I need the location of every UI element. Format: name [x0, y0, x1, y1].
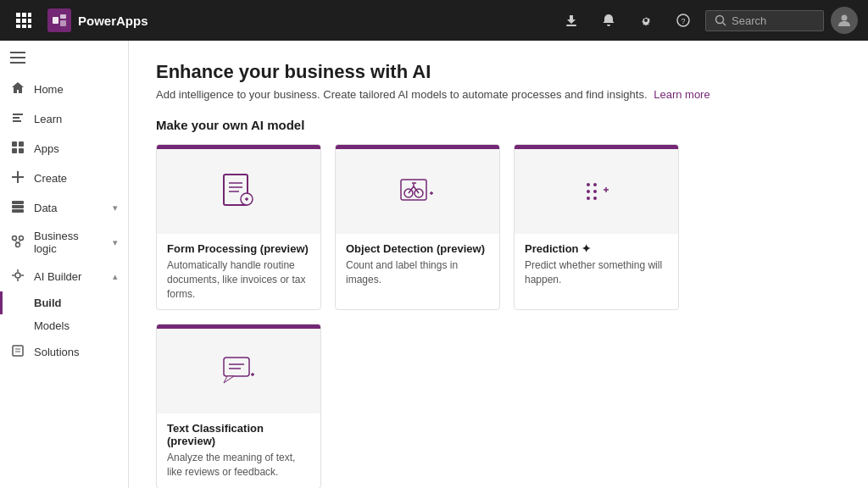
data-chevron-icon: ▾ [113, 202, 118, 214]
svg-line-16 [723, 23, 726, 26]
svg-rect-9 [53, 17, 58, 24]
sidebar-item-business-logic[interactable]: Business logic ▾ [0, 223, 128, 262]
cards-grid: Form Processing (preview) Automatically … [156, 144, 841, 488]
svg-rect-21 [12, 141, 17, 147]
svg-point-61 [587, 190, 590, 193]
sidebar-label-ai-builder: AI Builder [34, 270, 81, 283]
notifications-icon[interactable] [593, 5, 624, 36]
apps-icon [10, 141, 25, 157]
section-title: Make your own AI model [156, 118, 841, 132]
card-desc-form-processing: Automatically handle routine documents, … [167, 258, 310, 301]
card-text-classification[interactable]: Text Classification (preview) Analyze th… [156, 324, 321, 488]
sidebar-sub-label-build: Build [34, 297, 62, 309]
svg-rect-0 [16, 13, 20, 17]
app-logo: PowerApps [47, 8, 148, 32]
card-body-text-classification: Text Classification (preview) Analyze th… [157, 413, 320, 488]
card-image-form-processing [157, 149, 320, 234]
svg-point-62 [593, 190, 597, 193]
card-image-object-detection [336, 149, 499, 234]
sidebar-item-solutions[interactable]: Solutions [0, 337, 128, 367]
svg-point-63 [587, 197, 590, 200]
svg-rect-19 [10, 57, 25, 58]
sidebar: Home Learn Apps Create Data ▾ [0, 41, 129, 488]
svg-line-33 [14, 240, 18, 242]
search-bar[interactable]: Search [705, 10, 824, 31]
svg-point-32 [15, 242, 19, 247]
learn-icon [10, 111, 25, 127]
sidebar-sub-item-models[interactable]: Models [0, 314, 128, 337]
svg-rect-22 [19, 141, 24, 147]
svg-rect-18 [10, 52, 25, 53]
svg-point-31 [19, 236, 23, 240]
card-object-detection[interactable]: Object Detection (preview) Count and lab… [335, 144, 500, 310]
sidebar-sub-label-models: Models [34, 319, 70, 332]
card-form-processing[interactable]: Form Processing (preview) Automatically … [156, 144, 321, 310]
svg-rect-26 [12, 176, 24, 178]
hamburger-button[interactable] [0, 41, 128, 75]
home-icon [10, 81, 25, 97]
sidebar-item-data[interactable]: Data ▾ [0, 193, 128, 223]
svg-rect-12 [566, 25, 576, 26]
download-icon[interactable] [556, 5, 587, 36]
page-title: Enhance your business with AI [156, 61, 841, 83]
solutions-icon [10, 344, 25, 360]
page-subtitle-text: Add intelligence to your business. Creat… [156, 88, 648, 101]
data-icon [10, 200, 25, 216]
sidebar-item-home[interactable]: Home [0, 75, 128, 104]
card-desc-object-detection: Count and label things in images. [346, 258, 489, 287]
sidebar-label-home: Home [34, 83, 64, 96]
sidebar-sub-item-build[interactable]: Build [0, 291, 128, 314]
sidebar-item-apps[interactable]: Apps [0, 134, 128, 164]
card-image-prediction [515, 149, 678, 234]
sidebar-item-learn[interactable]: Learn [0, 104, 128, 134]
svg-point-59 [587, 183, 590, 186]
ai-builder-chevron-icon: ▴ [113, 271, 118, 282]
card-prediction[interactable]: Prediction ✦ Predict whether something w… [514, 144, 679, 310]
svg-marker-68 [224, 376, 234, 383]
svg-rect-28 [12, 205, 24, 208]
card-body-prediction: Prediction ✦ Predict whether something w… [515, 234, 678, 296]
business-logic-icon [10, 235, 25, 251]
svg-rect-40 [13, 346, 23, 356]
svg-rect-20 [10, 62, 25, 64]
svg-rect-2 [28, 13, 31, 17]
sidebar-label-business-logic: Business logic [34, 230, 104, 255]
card-desc-prediction: Predict whether something will happen. [525, 258, 668, 287]
user-avatar[interactable] [831, 7, 858, 34]
svg-rect-67 [224, 358, 249, 376]
svg-rect-8 [28, 25, 31, 28]
card-title-prediction: Prediction ✦ [525, 242, 668, 255]
svg-point-60 [593, 183, 597, 186]
svg-rect-23 [12, 148, 17, 153]
card-desc-text-classification: Analyze the meaning of text, like review… [167, 451, 310, 480]
svg-rect-3 [16, 19, 20, 23]
sidebar-item-ai-builder[interactable]: AI Builder ▴ [0, 262, 128, 291]
waffle-menu-button[interactable] [10, 7, 37, 34]
main-content: Enhance your business with AI Add intell… [129, 41, 868, 488]
settings-icon[interactable] [631, 5, 661, 36]
ai-builder-icon [10, 269, 25, 285]
svg-rect-24 [19, 148, 24, 153]
sidebar-label-create: Create [34, 172, 67, 185]
card-title-form-processing: Form Processing (preview) [167, 242, 310, 255]
svg-line-34 [18, 240, 21, 242]
svg-rect-5 [28, 19, 31, 23]
svg-point-35 [15, 273, 20, 278]
main-layout: Home Learn Apps Create Data ▾ [0, 41, 868, 488]
page-subtitle: Add intelligence to your business. Creat… [156, 88, 841, 101]
card-title-text-classification: Text Classification (preview) [167, 422, 310, 447]
create-icon [10, 170, 25, 186]
help-icon[interactable]: ? [668, 5, 698, 36]
svg-point-30 [12, 236, 16, 240]
sidebar-item-create[interactable]: Create [0, 164, 128, 193]
learn-more-link[interactable]: Learn more [654, 88, 709, 101]
sidebar-label-data: Data [34, 202, 57, 214]
card-title-object-detection: Object Detection (preview) [346, 242, 489, 255]
sidebar-label-learn: Learn [34, 113, 62, 125]
logo-icon [47, 8, 71, 32]
card-body-form-processing: Form Processing (preview) Automatically … [157, 234, 320, 309]
svg-rect-10 [60, 14, 66, 19]
svg-point-64 [593, 197, 597, 200]
svg-rect-6 [16, 25, 20, 28]
svg-point-17 [842, 15, 848, 21]
